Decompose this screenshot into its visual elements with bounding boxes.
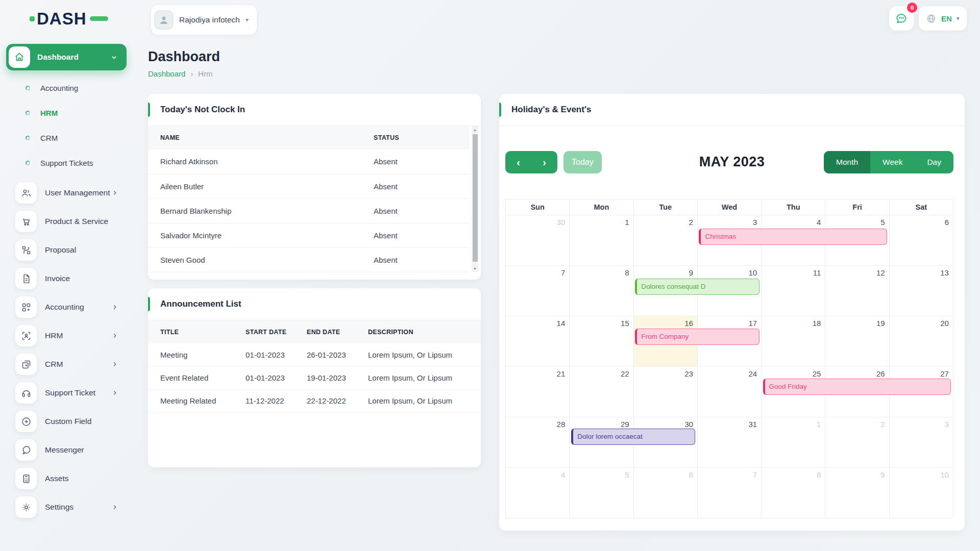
table-cell: 01-01-2023 (233, 343, 295, 366)
table-cell: Absent (361, 149, 470, 174)
calendar-day-cell[interactable]: 12 (825, 266, 889, 316)
breadcrumb-current: Hrm (198, 69, 212, 78)
sidebar-subitem-support-tickets[interactable]: Support Tickets (6, 151, 127, 176)
calendar-day-cell[interactable]: 31 (698, 417, 762, 467)
sidebar-subitem-label: Accounting (40, 84, 78, 92)
sidebar-subitem-label: Support Tickets (40, 159, 93, 167)
calendar-day-cell[interactable]: 6 (634, 468, 698, 518)
sidebar-item-support-ticket[interactable]: Support Ticket (6, 379, 127, 407)
column-header: NAME (148, 126, 361, 149)
calendar-day-cell[interactable]: 18 (762, 316, 825, 366)
scroll-up-arrow[interactable]: ▲ (472, 126, 478, 133)
announcement-table: TITLESTART DATEEND DATEDESCRIPTION Meeti… (148, 320, 481, 413)
not-clock-in-row: Steven GoodAbsent (148, 247, 470, 272)
sidebar-item-invoice[interactable]: Invoice (6, 264, 127, 293)
sidebar-subitem-accounting[interactable]: Accounting (6, 76, 127, 101)
calendar-day-cell[interactable]: 15 (570, 316, 633, 366)
calendar-day-cell[interactable]: 2 (634, 215, 698, 265)
sidebar-subitem-crm[interactable]: CRM (6, 126, 127, 151)
sidebar-item-messenger[interactable]: Messenger (6, 436, 127, 464)
sidebar-item-settings[interactable]: Settings (6, 493, 127, 521)
table-scrollbar[interactable]: ▲ ▼ (472, 126, 478, 272)
calendar-day-cell[interactable]: 5 (570, 468, 633, 518)
calendar-view-month[interactable]: Month (824, 151, 870, 173)
day-number: 27 (940, 369, 949, 378)
calendar-day-cell[interactable]: 7 (506, 266, 570, 316)
sidebar-item-label: CRM (45, 360, 111, 369)
sidebar-item-hrm[interactable]: HRM (6, 321, 127, 350)
day-number: 10 (940, 470, 949, 479)
day-number: 6 (689, 470, 693, 479)
sidebar-item-assets[interactable]: Assets (6, 464, 127, 493)
not-clock-in-row: Aileen ButlerAbsent (148, 174, 470, 198)
sidebar-item-custom-field[interactable]: Custom Field (6, 407, 127, 436)
calendar-day-cell[interactable]: 21 (506, 367, 570, 417)
calendar-day-cell[interactable]: 20 (890, 316, 953, 366)
headphones-icon (15, 382, 37, 404)
sidebar-item-dashboard[interactable]: Dashboard (6, 44, 127, 70)
calendar-day-cell[interactable]: 10 (890, 468, 953, 518)
calendar-day-cell[interactable]: 2 (825, 417, 889, 467)
calendar-day-cell[interactable]: 7 (698, 468, 762, 518)
calendar-day-cell[interactable]: 24 (698, 367, 762, 417)
gear-icon (15, 496, 37, 518)
scrollbar-thumb[interactable] (473, 134, 478, 262)
calendar-day-cell[interactable]: 9 (825, 468, 889, 518)
calendar-day-cell[interactable]: 23 (634, 367, 698, 417)
globe-icon (926, 13, 937, 24)
scroll-down-arrow[interactable]: ▼ (472, 265, 478, 272)
calendar-day-cell[interactable]: 19 (825, 316, 889, 366)
sidebar-item-product-service[interactable]: Product & Service (6, 207, 127, 236)
weekday-label: Sat (890, 199, 953, 215)
sidebar: Dashboard AccountingHRMCRMSupport Ticket… (6, 44, 127, 521)
calendar-day-cell[interactable]: 1 (762, 417, 825, 467)
calendar-day-cell[interactable]: 14 (506, 316, 570, 366)
calendar-day-cell[interactable]: 11 (762, 266, 825, 316)
calendar-day-cell[interactable]: 13 (890, 266, 953, 316)
calendar-view-day[interactable]: Day (915, 151, 953, 173)
calendar-event[interactable]: Dolores consequat D (635, 279, 759, 295)
holidays-events-card: Holiday's & Event's ‹ › Today MAY 2023 M… (499, 94, 965, 531)
day-number: 3 (945, 420, 949, 429)
day-number: 7 (561, 268, 565, 277)
calendar-day-cell[interactable]: 22 (570, 367, 633, 417)
app-logo[interactable]: DASH (30, 10, 108, 27)
calendar-event[interactable]: From Company (635, 329, 759, 345)
calendar-view-week[interactable]: Week (870, 151, 915, 173)
sidebar-item-proposal[interactable]: Proposal (6, 236, 127, 264)
sidebar-item-label: Settings (45, 503, 111, 512)
calendar-event[interactable]: Christmas (699, 229, 887, 245)
announcement-row: Meeting Related11-12-202222-12-2022Lorem… (148, 389, 481, 412)
plus-circle-icon (15, 411, 37, 432)
sidebar-item-crm[interactable]: CRM (6, 350, 127, 379)
calendar-grid: SunMonTueWedThuFriSat 301234567891011121… (505, 199, 953, 518)
card-header: Holiday's & Event's (499, 94, 965, 126)
calendar-day-cell[interactable]: 28 (506, 417, 570, 467)
calendar-day-cell[interactable]: 8 (570, 266, 633, 316)
calendar-weekday-header: SunMonTueWedThuFriSat (506, 199, 953, 215)
calendar-event[interactable]: Good Friday (763, 379, 951, 395)
table-cell: Steven Good (148, 247, 361, 272)
sidebar-item-label: Proposal (45, 245, 127, 255)
not-clock-in-row: Bernard BlankenshipAbsent (148, 198, 470, 223)
company-selector[interactable]: Rajodiya infotech ▾ (151, 5, 257, 35)
calendar-day-cell[interactable]: 8 (762, 468, 825, 518)
breadcrumb-dashboard-link[interactable]: Dashboard (148, 69, 185, 78)
calendar-day-cell[interactable]: 30 (506, 215, 570, 265)
calendar-day-cell[interactable]: 1 (570, 215, 633, 265)
sidebar-subitem-hrm[interactable]: HRM (6, 101, 127, 126)
calendar-day-cell[interactable]: 4 (506, 468, 570, 518)
messages-button[interactable]: 0 (889, 6, 914, 31)
logo-accent-bar (90, 16, 108, 21)
weekday-label: Wed (698, 199, 762, 215)
calendar-day-cell[interactable]: 6 (890, 215, 953, 265)
sidebar-item-user-management[interactable]: User Management (6, 179, 127, 207)
calendar-day-cell[interactable]: 3 (890, 417, 953, 467)
sidebar-item-accounting[interactable]: Accounting (6, 293, 127, 321)
column-header: DESCRIPTION (356, 320, 481, 343)
announcement-row: Meeting01-01-202326-01-2023Lorem Ipsum, … (148, 343, 481, 366)
language-selector[interactable]: EN ▾ (919, 6, 967, 31)
calendar-event[interactable]: Dolor lorem occaecat (571, 429, 695, 445)
day-number: 15 (621, 319, 629, 328)
breadcrumb: Dashboard › Hrm (148, 69, 212, 78)
